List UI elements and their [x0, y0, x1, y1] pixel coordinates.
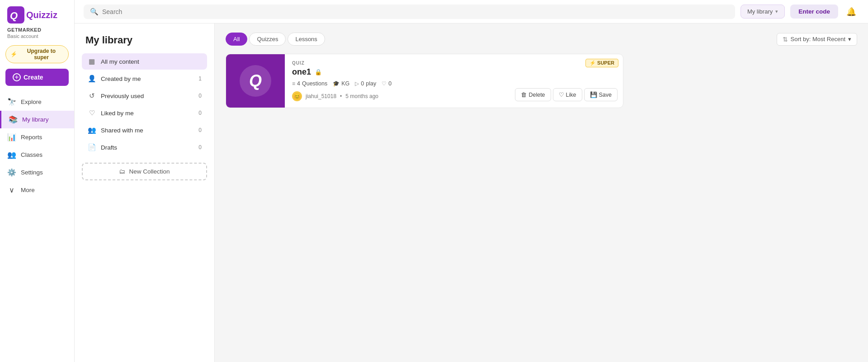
- classes-icon: 👥: [7, 150, 16, 159]
- liked-by-me-icon: ♡: [87, 109, 96, 117]
- library-selector[interactable]: My library ▾: [741, 5, 785, 19]
- upgrade-label: Upgrade to super: [19, 48, 64, 61]
- sidebar-item-reports[interactable]: 📊 Reports: [0, 128, 74, 146]
- like-meta: ♡ 0: [382, 80, 392, 87]
- sidebar-nav: 🔭 Explore 📚 My library 📊 Reports 👥 Class…: [0, 93, 74, 362]
- quiz-info: QUIZ one1 🔒 ≡ 4 Questions 🎓 KG: [285, 54, 509, 108]
- topbar: 🔍 My library ▾ Enter code 🔔: [75, 0, 868, 24]
- explore-icon: 🔭: [7, 98, 16, 106]
- heart-icon: ♡: [559, 91, 564, 98]
- library-selector-label: My library: [747, 8, 773, 15]
- time-ago: 5 months ago: [345, 93, 378, 99]
- grade-meta: 🎓 KG: [333, 80, 349, 87]
- sidebar-item-label: Classes: [21, 151, 42, 158]
- quiz-thumbnail: Q: [226, 54, 285, 108]
- content-area: My library ▦ All my content 👤 Created by…: [75, 24, 868, 362]
- filter-liked-by-me[interactable]: ♡ Liked by me 0: [82, 105, 207, 121]
- sidebar-item-explore[interactable]: 🔭 Explore: [0, 93, 74, 111]
- more-icon: ∨: [7, 186, 16, 194]
- main-content: 🔍 My library ▾ Enter code 🔔 My library ▦…: [75, 0, 868, 362]
- quiz-type-label: QUIZ: [292, 61, 502, 66]
- search-icon: 🔍: [90, 8, 99, 16]
- save-label: Save: [599, 92, 612, 98]
- sidebar-item-settings[interactable]: ⚙️ Settings: [0, 164, 74, 181]
- questions-count: 4: [297, 80, 300, 87]
- super-badge: ⚡ SUPER: [585, 59, 618, 67]
- filter-label: Drafts: [101, 144, 117, 151]
- questions-label: Questions: [302, 80, 327, 87]
- filter-label: All my content: [101, 58, 139, 65]
- quiz-actions: 🗑 Delete ♡ Like 💾 Save: [509, 82, 623, 108]
- logo-area: Q Quizziz: [0, 0, 74, 27]
- quiz-author-row: 😊 jiahui_51018 • 5 months ago: [292, 91, 502, 101]
- reports-icon: 📊: [7, 133, 16, 141]
- play-icon: ▷: [355, 80, 359, 87]
- delete-icon: 🗑: [521, 91, 527, 98]
- new-collection-button[interactable]: 🗂 New Collection: [82, 163, 207, 180]
- panel-title: My library: [82, 34, 207, 46]
- filter-drafts[interactable]: 📄 Drafts 0: [82, 139, 207, 155]
- questions-icon: ≡: [292, 80, 295, 87]
- delete-label: Delete: [528, 92, 545, 98]
- lock-icon: 🔒: [315, 69, 322, 75]
- sort-chevron-icon: ▾: [848, 36, 851, 42]
- filter-all-content[interactable]: ▦ All my content: [82, 53, 207, 70]
- right-panel: All Quizzes Lessons ⇅ Sort by: Most Rece…: [215, 24, 868, 362]
- enter-code-button[interactable]: Enter code: [790, 5, 838, 19]
- author-name: jiahui_51018: [306, 93, 336, 99]
- sidebar-item-label: My library: [22, 116, 49, 123]
- filter-label: Liked by me: [101, 110, 134, 117]
- questions-meta: ≡ 4 Questions: [292, 80, 327, 87]
- sidebar-item-label: Explore: [21, 99, 42, 105]
- search-input[interactable]: [102, 8, 729, 15]
- user-label: GETMARKED: [0, 27, 74, 33]
- brand-name: Quizziz: [26, 10, 57, 20]
- like-button[interactable]: ♡ Like: [553, 88, 582, 101]
- settings-icon: ⚙️: [7, 168, 16, 177]
- filter-label: Shared with me: [101, 127, 143, 134]
- author-avatar: 😊: [292, 91, 302, 101]
- author-separator: •: [340, 93, 342, 99]
- filter-list: ▦ All my content 👤 Created by me 1 ↺ Pre…: [82, 53, 207, 155]
- tab-all[interactable]: All: [226, 33, 247, 46]
- shared-with-me-icon: 👥: [87, 126, 96, 134]
- tab-lessons[interactable]: Lessons: [288, 33, 325, 46]
- filter-shared-with-me[interactable]: 👥 Shared with me 0: [82, 122, 207, 138]
- svg-text:Q: Q: [10, 10, 18, 21]
- left-panel: My library ▦ All my content 👤 Created by…: [75, 24, 215, 362]
- like-count: 0: [388, 80, 392, 87]
- sidebar-item-my-library[interactable]: 📚 My library: [0, 111, 74, 128]
- create-label: Create: [24, 74, 43, 81]
- sidebar-item-more[interactable]: ∨ More: [0, 181, 74, 199]
- play-meta: ▷ 0 play: [355, 80, 376, 87]
- sidebar-item-classes[interactable]: 👥 Classes: [0, 146, 74, 164]
- sidebar-item-label: Settings: [21, 169, 43, 176]
- like-icon: ♡: [382, 80, 387, 87]
- play-label: play: [366, 80, 376, 87]
- sort-control[interactable]: ⇅ Sort by: Most Recent ▾: [777, 33, 857, 46]
- quiz-meta: ≡ 4 Questions 🎓 KG ▷ 0 play: [292, 80, 502, 87]
- quiz-title: one1: [292, 67, 311, 77]
- delete-button[interactable]: 🗑 Delete: [515, 88, 551, 101]
- logo: Q Quizziz: [7, 6, 67, 24]
- all-content-icon: ▦: [87, 57, 96, 66]
- library-icon: 📚: [9, 115, 18, 124]
- filter-count: 0: [198, 110, 202, 116]
- drafts-icon: 📄: [87, 143, 96, 151]
- save-button[interactable]: 💾 Save: [584, 88, 618, 101]
- quiz-logo-letter: Q: [249, 71, 262, 90]
- super-badge-text: ⚡ SUPER: [590, 60, 614, 66]
- lightning-icon: ⚡: [10, 51, 17, 57]
- upgrade-button[interactable]: ⚡ Upgrade to super: [5, 45, 69, 63]
- new-collection-label: New Collection: [129, 168, 170, 175]
- filter-created-by-me[interactable]: 👤 Created by me 1: [82, 71, 207, 87]
- tab-quizzes[interactable]: Quizzes: [249, 33, 286, 46]
- create-button[interactable]: + Create: [5, 69, 69, 86]
- filter-label: Created by me: [101, 75, 141, 82]
- created-by-me-icon: 👤: [87, 75, 96, 83]
- filter-previously-used[interactable]: ↺ Previously used 0: [82, 88, 207, 104]
- grade-value: KG: [341, 80, 349, 87]
- plus-icon: +: [13, 73, 21, 81]
- notification-button[interactable]: 🔔: [844, 4, 859, 19]
- chevron-down-icon: ▾: [775, 9, 778, 14]
